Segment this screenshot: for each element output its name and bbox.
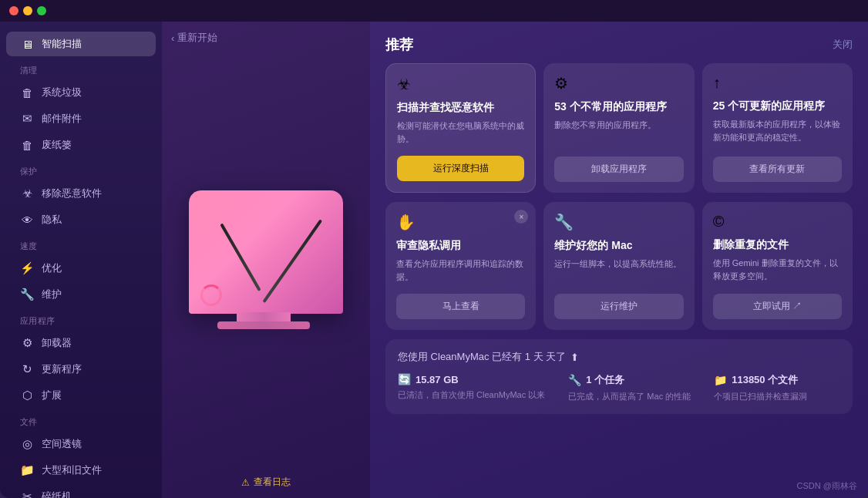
stat-files: 📁 113850 个文件 个项目已扫描并检查漏洞: [714, 373, 807, 403]
monitor-body: [189, 190, 343, 314]
sidebar-label-shredder: 碎纸机: [42, 490, 72, 498]
stat-storage-value: 15.87 GB: [415, 374, 459, 385]
stat-files-icon: 📁: [714, 374, 727, 386]
card1-desc: 检测可能潜伏在您电脑系统中的威胁。: [397, 119, 524, 145]
malware-icon: ☣: [20, 187, 34, 200]
card-updater: ↑ 25 个可更新的应用程序 获取最新版本的应用程序，以体验新功能和更高的稳定性…: [702, 63, 853, 193]
card6-title: 删除重复的文件: [713, 238, 842, 252]
right-panel: 推荐 关闭 ☣ 扫描并查找恶意软件 检测可能潜伏在您电脑系统中的威胁。 运行深度…: [370, 22, 868, 498]
card5-button[interactable]: 运行维护: [554, 294, 683, 319]
sidebar-label-trash: 废纸篓: [42, 138, 72, 152]
spinner: [200, 284, 222, 306]
card-malware-scan: ☣ 扫描并查找恶意软件 检测可能潜伏在您电脑系统中的威胁。 运行深度扫描: [385, 63, 536, 193]
card3-desc: 获取最新版本的应用程序，以体验新功能和更高的稳定性。: [713, 118, 842, 146]
cards-row2: × ✋ 审查隐私调用 查看允许应用程序调用和追踪的数据。 马上查看 🔧 维护好您…: [385, 202, 853, 330]
mac-illustration: [181, 175, 351, 345]
sidebar-item-shredder[interactable]: ✂ 碎纸机: [6, 484, 156, 498]
sidebar-label-updater: 更新程序: [42, 362, 82, 376]
stat-tasks-desc: 已完成，从而提高了 Mac 的性能: [568, 390, 691, 403]
card6-icon: ©: [713, 213, 842, 230]
card4-title: 审查隐私调用: [396, 239, 525, 253]
needle1: [262, 219, 322, 303]
card3-title: 25 个可更新的应用程序: [713, 99, 842, 113]
sidebar-label-extensions: 扩展: [42, 389, 62, 402]
card2-button[interactable]: 卸载应用程序: [554, 156, 683, 182]
smart-scan-icon: 🖥: [20, 38, 34, 51]
sidebar-item-space-lens[interactable]: ◎ 空间透镜: [6, 432, 156, 456]
stat-storage-icon: 🔄: [398, 373, 411, 385]
optimize-icon: ⚡: [20, 261, 34, 275]
stat-tasks-icon: 🔧: [568, 374, 581, 386]
card3-icon: ↑: [713, 74, 842, 92]
card6-button[interactable]: 立即试用 ↗: [713, 294, 842, 319]
sidebar-item-uninstaller[interactable]: ⚙ 卸载器: [6, 331, 156, 355]
sidebar-item-system-junk[interactable]: 🗑 系统垃圾: [6, 80, 156, 105]
card4-desc: 查看允许应用程序调用和追踪的数据。: [396, 257, 525, 283]
stat-storage: 🔄 15.87 GB 已清洁，自首次使用 CleanMyMac 以来: [398, 373, 545, 403]
card1-title: 扫描并查找恶意软件: [397, 101, 524, 115]
card-duplicates: © 删除重复的文件 使用 Gemini 删除重复的文件，以释放更多空间。 立即试…: [702, 202, 853, 330]
card-uninstaller: ⚙ 53 个不常用的应用程序 删除您不常用的应用程序。 卸载应用程序: [543, 63, 694, 193]
sidebar-item-trash[interactable]: 🗑 废纸篓: [6, 133, 156, 157]
footer-stats-area: 您使用 CleanMyMac 已经有 1 天 天了 ⬆ 🔄 15.87 GB 已…: [385, 339, 853, 414]
sidebar-item-smart-scan[interactable]: 🖥 智能扫描: [6, 32, 156, 56]
stat-tasks-header: 🔧 1 个任务: [568, 373, 691, 387]
stat-storage-desc: 已清洁，自首次使用 CleanMyMac 以来: [398, 389, 545, 402]
close-button[interactable]: 关闭: [833, 38, 853, 52]
sidebar-item-updater[interactable]: ↻ 更新程序: [6, 357, 156, 382]
sidebar-label-system-junk: 系统垃圾: [42, 86, 82, 99]
sidebar-label-optimize: 优化: [42, 261, 62, 275]
footer-title: 您使用 CleanMyMac 已经有 1 天 天了 ⬆: [398, 350, 840, 364]
warning-icon: ⚠: [241, 477, 250, 488]
trash-icon: 🗑: [20, 139, 34, 152]
center-illustration: ‹ 重新开始 ⚠ 查看日志: [162, 22, 370, 498]
card-privacy-check: × ✋ 审查隐私调用 查看允许应用程序调用和追踪的数据。 马上查看: [385, 202, 536, 330]
sidebar-label-privacy: 隐私: [42, 213, 62, 227]
uninstaller-icon: ⚙: [20, 336, 34, 350]
card4-button[interactable]: 马上查看: [396, 294, 525, 319]
footer-title-text: 您使用 CleanMyMac 已经有 1 天 天了: [398, 350, 566, 364]
card2-title: 53 个不常用的应用程序: [554, 100, 683, 114]
sidebar-section-clean: 清理: [6, 57, 156, 79]
log-label: 查看日志: [254, 476, 291, 489]
maximize-dot[interactable]: [37, 6, 46, 15]
large-files-icon: 📁: [20, 463, 34, 477]
card1-button[interactable]: 运行深度扫描: [397, 156, 524, 181]
space-lens-icon: ◎: [20, 437, 34, 451]
sidebar-label-uninstaller: 卸载器: [42, 336, 72, 350]
card4-close-icon[interactable]: ×: [514, 210, 528, 224]
stat-files-value: 113850 个文件: [732, 373, 798, 387]
log-button[interactable]: ⚠ 查看日志: [241, 476, 291, 489]
minimize-dot[interactable]: [23, 6, 32, 15]
sidebar-item-optimize[interactable]: ⚡ 优化: [6, 256, 156, 281]
card6-desc: 使用 Gemini 删除重复的文件，以释放更多空间。: [713, 257, 842, 283]
app-wrapper: 🖥 智能扫描 清理 🗑 系统垃圾 ✉ 邮件附件 🗑 废纸篓 保护 ☣ 移除恶意软…: [0, 0, 868, 498]
card3-button[interactable]: 查看所有更新: [713, 156, 842, 182]
card2-icon: ⚙: [554, 74, 683, 93]
sidebar-label-space-lens: 空间透镜: [42, 437, 82, 451]
sidebar-item-malware[interactable]: ☣ 移除恶意软件: [6, 181, 156, 206]
close-dot[interactable]: [9, 6, 19, 15]
back-arrow-icon: ‹: [171, 32, 174, 44]
monitor-base: [217, 321, 310, 329]
card-maintenance: 🔧 维护好您的 Mac 运行一组脚本，以提高系统性能。 运行维护: [543, 202, 694, 330]
stat-tasks: 🔧 1 个任务 已完成，从而提高了 Mac 的性能: [568, 373, 691, 403]
card5-desc: 运行一组脚本，以提高系统性能。: [554, 257, 683, 283]
sidebar-label-mail: 邮件附件: [42, 112, 82, 126]
sidebar-section-files: 文件: [6, 409, 156, 431]
sidebar-item-maintain[interactable]: 🔧 维护: [6, 282, 156, 307]
sidebar-item-mail[interactable]: ✉ 邮件附件: [6, 106, 156, 131]
card4-icon: ✋: [396, 213, 525, 231]
sidebar-item-large-files[interactable]: 📁 大型和旧文件: [6, 458, 156, 483]
card5-icon: 🔧: [554, 213, 683, 231]
stat-files-desc: 个项目已扫描并检查漏洞: [714, 390, 807, 403]
sidebar: 🖥 智能扫描 清理 🗑 系统垃圾 ✉ 邮件附件 🗑 废纸篓 保护 ☣ 移除恶意软…: [0, 22, 162, 498]
sidebar-item-privacy[interactable]: 👁 隐私: [6, 207, 156, 232]
shredder-icon: ✂: [20, 490, 34, 498]
back-button[interactable]: ‹ 重新开始: [171, 31, 217, 45]
mail-icon: ✉: [20, 112, 34, 126]
sidebar-item-extensions[interactable]: ⬡ 扩展: [6, 383, 156, 408]
maintain-icon: 🔧: [20, 288, 34, 301]
sidebar-label-large-files: 大型和旧文件: [42, 463, 102, 477]
watermark: CSDN @雨林谷: [797, 480, 857, 492]
